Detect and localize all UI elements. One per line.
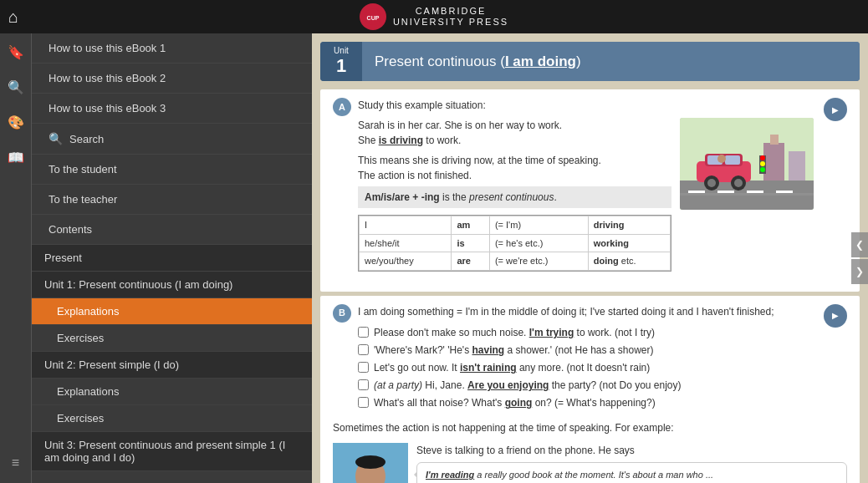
unit-title: Present continuous (I am doing) <box>362 42 860 81</box>
sidebar-section-present[interactable]: Present <box>32 245 312 272</box>
palette-icon[interactable]: 🎨 <box>4 110 28 134</box>
svg-point-23 <box>760 161 765 166</box>
menu-icon[interactable]: ≡ <box>4 451 28 475</box>
sidebar-item-explanations-2[interactable]: Explanations <box>32 379 312 405</box>
sidebar-item-contents[interactable]: Contents <box>32 215 312 245</box>
cambridge-shield: CUP <box>360 3 386 30</box>
grammar-highlight: Am/is/are + -ing is the present continuo… <box>358 186 671 208</box>
section-a: A Study this example situation: Sarah is… <box>320 89 860 292</box>
nav-arrows: ❮ ❯ <box>851 232 868 284</box>
sidebar-item-exercises-2[interactable]: Exercises <box>32 405 312 432</box>
svg-point-22 <box>760 155 765 160</box>
sidebar-unit3-header[interactable]: Unit 3: Present continuous and present s… <box>32 432 312 471</box>
checkbox-list: Please don't make so much noise. I'm try… <box>358 325 817 412</box>
section-b-badge: B <box>333 304 351 323</box>
grammar-table: Iam(= I'm)driving he/she/itis(= he's etc… <box>358 215 671 272</box>
bookmark-icon[interactable]: 🔖 <box>4 40 28 64</box>
icon-strip: 🔖 🔍 🎨 📖 ≡ <box>0 33 32 483</box>
speech-content: Steve is talking to a friend on the phon… <box>416 443 847 483</box>
search-small-icon: 🔍 <box>49 132 63 145</box>
svg-rect-4 <box>680 193 814 196</box>
sidebar-item-how-to-1[interactable]: How to use this eBook 1 <box>32 33 312 64</box>
checkbox-3[interactable] <box>358 379 369 390</box>
checkbox-4[interactable] <box>358 397 369 408</box>
section-a-image <box>680 118 814 210</box>
nav-next-button[interactable]: ❯ <box>851 259 868 284</box>
sometimes-text: Sometimes the action is not happening at… <box>333 420 847 436</box>
play-button-a[interactable]: ▶ <box>824 98 847 121</box>
content-area: Unit 1 Present continuous (I am doing) A… <box>312 33 868 483</box>
sidebar-item-explanations-1[interactable]: Explanations <box>32 298 312 325</box>
checkbox-2[interactable] <box>358 362 369 373</box>
svg-rect-15 <box>725 155 740 165</box>
checkbox-1[interactable] <box>358 344 369 355</box>
checkbox-item: What's all that noise? What's going on? … <box>358 395 817 411</box>
svg-text:CUP: CUP <box>367 15 380 21</box>
home-button[interactable]: ⌂ <box>8 8 18 27</box>
sidebar-item-how-to-2[interactable]: How to use this eBook 2 <box>32 64 312 94</box>
unit-box: Unit 1 <box>320 42 362 81</box>
sidebar-item-to-student[interactable]: To the student <box>32 155 312 185</box>
play-button-b[interactable]: ▶ <box>824 304 847 328</box>
speech-section: Steve is talking to a friend on the phon… <box>333 443 847 483</box>
sidebar-item-exercises-1[interactable]: Exercises <box>32 325 312 352</box>
svg-rect-7 <box>747 191 763 193</box>
checkbox-0[interactable] <box>358 327 369 338</box>
svg-point-24 <box>760 167 765 172</box>
svg-rect-11 <box>770 135 779 145</box>
book-icon[interactable]: 📖 <box>4 145 28 169</box>
person-image <box>333 443 408 483</box>
sidebar-unit1-header[interactable]: Unit 1: Present continuous (I am doing) <box>32 272 312 298</box>
sidebar: How to use this eBook 1 How to use this … <box>32 33 312 483</box>
logo-text: CAMBRIDGE UNIVERSITY PRESS <box>393 6 508 28</box>
section-b: B I am doing something = I'm in the midd… <box>320 296 860 484</box>
section-a-intro: Study this example situation: <box>358 98 814 113</box>
sidebar-search[interactable]: 🔍 Search <box>32 124 312 155</box>
logo: CUP CAMBRIDGE UNIVERSITY PRESS <box>360 3 508 30</box>
sidebar-unit2-header[interactable]: Unit 2: Present simple (I do) <box>32 352 312 379</box>
steve-intro: Steve is talking to a friend on the phon… <box>416 443 847 459</box>
nav-prev-button[interactable]: ❮ <box>851 232 868 257</box>
speech-bubble: I'm reading a really good book at the mo… <box>416 462 847 483</box>
svg-rect-10 <box>789 151 805 180</box>
checkbox-item: Let's go out now. It isn't raining any m… <box>358 360 817 376</box>
svg-point-20 <box>717 155 726 163</box>
sidebar-item-to-teacher[interactable]: To the teacher <box>32 185 312 215</box>
checkbox-item: (at a party) Hi, Jane. Are you enjoying … <box>358 378 817 394</box>
section-b-intro: I am doing something = I'm in the middle… <box>358 304 817 320</box>
svg-rect-6 <box>717 191 734 193</box>
topbar: ⌂ CUP CAMBRIDGE UNIVERSITY PRESS <box>0 0 868 33</box>
checkbox-item: 'Where's Mark?' 'He's having a shower.' … <box>358 343 817 358</box>
section-a-badge: A <box>333 98 351 116</box>
unit-header: Unit 1 Present continuous (I am doing) <box>320 42 860 81</box>
svg-point-17 <box>707 179 716 187</box>
checkbox-item: Please don't make so much noise. I'm try… <box>358 325 817 341</box>
svg-point-28 <box>355 455 385 469</box>
svg-rect-9 <box>763 143 784 180</box>
sidebar-item-how-to-3[interactable]: How to use this eBook 3 <box>32 94 312 124</box>
search-label: Search <box>69 133 104 145</box>
svg-point-19 <box>734 179 743 187</box>
svg-rect-5 <box>688 191 705 193</box>
search-icon[interactable]: 🔍 <box>4 75 28 99</box>
section-a-text: Sarah is in her car. She is on her way t… <box>358 118 671 278</box>
svg-rect-8 <box>776 191 793 193</box>
